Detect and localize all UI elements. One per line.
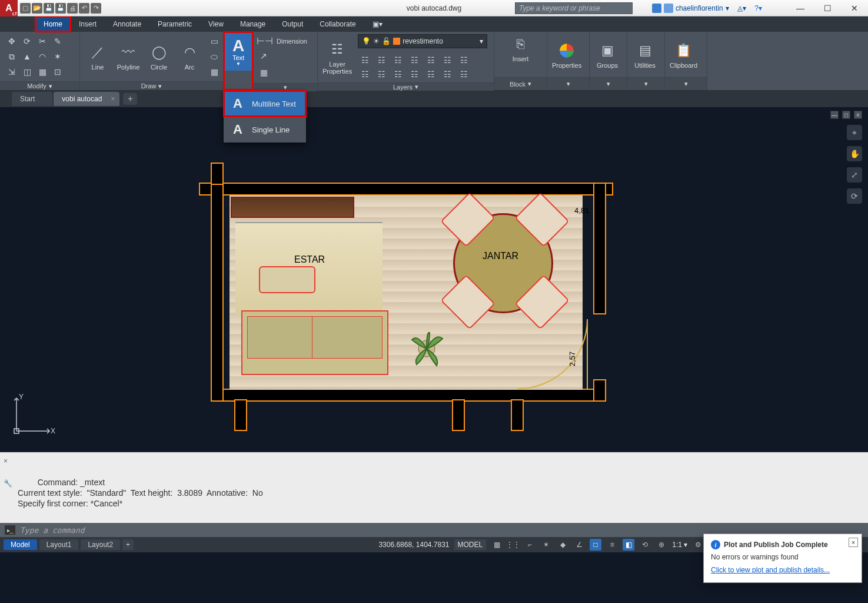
tab-close-icon[interactable]: ×: [111, 95, 115, 103]
transparency-icon[interactable]: ◧: [623, 539, 634, 551]
layer-match-icon[interactable]: ☷: [440, 53, 454, 67]
lineweight-icon[interactable]: ≡: [606, 539, 618, 551]
trim-icon[interactable]: ✂: [35, 34, 49, 48]
search-input[interactable]: Type a keyword or phrase: [515, 2, 633, 14]
leader-icon[interactable]: ↗: [257, 49, 271, 63]
dimension-tool[interactable]: ⊢⊣ Dimension: [257, 35, 307, 47]
layer-make-current-icon[interactable]: ☷: [424, 53, 438, 67]
clipboard-tool[interactable]: 📋Clipboard: [670, 41, 697, 69]
drawing-canvas[interactable]: — □ × ⌖ ✋ ⤢ ⟳ ESTAR J: [0, 107, 868, 451]
app-logo[interactable]: A: [0, 0, 18, 16]
layer-prev-icon[interactable]: ☷: [457, 53, 471, 67]
workspace-gear-icon[interactable]: ⚙: [692, 539, 704, 551]
layer-walk-icon[interactable]: ☷: [440, 67, 454, 81]
polyline-tool[interactable]: 〰Polyline: [115, 42, 141, 71]
save-icon[interactable]: 💾: [44, 3, 54, 14]
snap-icon[interactable]: ⋮⋮: [507, 539, 519, 551]
scale-icon[interactable]: ◫: [20, 65, 34, 79]
grid-icon[interactable]: ▦: [491, 539, 503, 551]
user-menu[interactable]: chaelinfiorentin▾ ◬▾ ?▾: [652, 4, 762, 13]
command-history[interactable]: × 🔧Command: _mtext Current text style: "…: [0, 452, 868, 523]
panel-label-layers[interactable]: Layers ▾: [318, 82, 494, 91]
hatch-icon[interactable]: ▦: [207, 65, 221, 79]
line-tool[interactable]: ／Line: [85, 42, 111, 71]
zoom-extents-icon[interactable]: ⤢: [847, 167, 862, 183]
layer-change-icon[interactable]: ☷: [407, 67, 421, 81]
polar-icon[interactable]: ✶: [540, 539, 552, 551]
pan-icon[interactable]: ✋: [847, 146, 862, 161]
nav-wheel-icon[interactable]: ⌖: [847, 125, 862, 140]
layer-copy-icon[interactable]: ☷: [424, 67, 438, 81]
ortho-icon[interactable]: ⌐: [524, 539, 536, 551]
tab-home[interactable]: Home: [35, 16, 71, 32]
explode-icon[interactable]: ✶: [51, 49, 65, 64]
properties-tool[interactable]: Properties: [552, 41, 581, 69]
table-icon[interactable]: ▦: [257, 65, 271, 79]
minimize-button[interactable]: —: [787, 0, 814, 16]
undo-icon[interactable]: ↶: [79, 3, 89, 14]
rectangle-icon[interactable]: ▭: [207, 34, 221, 48]
vp-minimize[interactable]: —: [830, 111, 839, 119]
tab-parametric[interactable]: Parametric: [149, 16, 200, 32]
utilities-tool[interactable]: ▤Utilities: [632, 41, 658, 69]
panel-label-draw[interactable]: Draw ▾: [80, 81, 223, 90]
tab-manage[interactable]: Manage: [232, 16, 274, 32]
vp-maximize[interactable]: □: [842, 111, 850, 119]
panel-label-annotate[interactable]: ▾: [253, 83, 317, 91]
notification-link[interactable]: Click to view plot and publish details..…: [711, 566, 830, 574]
layer-off-icon[interactable]: ☷: [358, 53, 372, 67]
layer-thaw-icon[interactable]: ☷: [374, 67, 388, 81]
tab-collaborate[interactable]: Collaborate: [311, 16, 364, 32]
cmd-close-icon[interactable]: ×: [4, 456, 13, 465]
isodraft-icon[interactable]: ◆: [557, 539, 568, 551]
erase-icon[interactable]: ✎: [51, 34, 65, 48]
tab-document[interactable]: vobi autocad×: [54, 92, 119, 106]
text-tool-button[interactable]: A Text ▼: [225, 33, 252, 71]
layout2-tab[interactable]: Layout2: [81, 539, 120, 550]
offset-icon[interactable]: ⊡: [51, 65, 65, 79]
tab-add-button[interactable]: +: [123, 93, 137, 105]
saveas-icon[interactable]: 💾: [55, 3, 66, 14]
layer-unlock-icon[interactable]: ☷: [391, 67, 405, 81]
open-icon[interactable]: 📂: [32, 3, 42, 14]
layer-on-icon[interactable]: ☷: [358, 67, 372, 81]
new-icon[interactable]: ▢: [20, 3, 31, 14]
groups-tool[interactable]: ▣Groups: [594, 41, 620, 69]
panel-label-groups[interactable]: ▾: [590, 77, 627, 90]
layer-freeze-icon[interactable]: ☷: [391, 53, 405, 67]
multiline-text-item[interactable]: A Multiline Text: [224, 91, 306, 117]
layer-vpfreeze-icon[interactable]: ☷: [457, 67, 471, 81]
layer-lock-icon[interactable]: ☷: [407, 53, 421, 67]
panel-label-modify[interactable]: Modify ▾: [0, 81, 79, 90]
rotate-icon[interactable]: ⟳: [20, 34, 34, 48]
osnap-icon[interactable]: □: [590, 539, 601, 551]
notification-close[interactable]: ×: [849, 538, 858, 547]
command-prompt-icon[interactable]: ▸_: [5, 525, 15, 535]
tab-insert[interactable]: Insert: [71, 16, 105, 32]
array-icon[interactable]: ▦: [35, 65, 49, 79]
fillet-icon[interactable]: ◠: [35, 49, 49, 64]
move-icon[interactable]: ✥: [5, 34, 19, 48]
vp-close[interactable]: ×: [854, 111, 862, 119]
single-line-text-item[interactable]: A Single Line: [224, 117, 306, 143]
layer-combo[interactable]: 💡 ☀ 🔓 revestimento ▾: [358, 34, 487, 48]
dynamic-input-icon[interactable]: ⊕: [656, 539, 667, 551]
maximize-button[interactable]: ☐: [814, 0, 841, 16]
close-button[interactable]: ✕: [841, 0, 868, 16]
stretch-icon[interactable]: ⇲: [5, 65, 19, 79]
copy-icon[interactable]: ⧉: [5, 49, 19, 64]
tab-start[interactable]: Start: [12, 92, 52, 106]
insert-tool[interactable]: ⎘ Insert: [508, 34, 534, 62]
panel-label-properties[interactable]: ▾: [547, 77, 589, 90]
annotation-scale[interactable]: 1:1 ▾: [672, 541, 687, 549]
otrack-icon[interactable]: ∠: [573, 539, 585, 551]
layer-properties-tool[interactable]: ☷ Layer Properties: [322, 39, 352, 75]
selection-cycling-icon[interactable]: ⟲: [639, 539, 651, 551]
panel-label-block[interactable]: Block ▾: [494, 77, 547, 90]
panel-label-utilities[interactable]: ▾: [627, 77, 664, 90]
model-tab[interactable]: Model: [4, 539, 37, 550]
arc-tool[interactable]: ◠Arc: [177, 42, 202, 71]
redo-icon[interactable]: ↷: [91, 3, 101, 14]
mirror-icon[interactable]: ▲: [20, 49, 34, 64]
ellipse-icon[interactable]: ⬭: [207, 49, 221, 64]
